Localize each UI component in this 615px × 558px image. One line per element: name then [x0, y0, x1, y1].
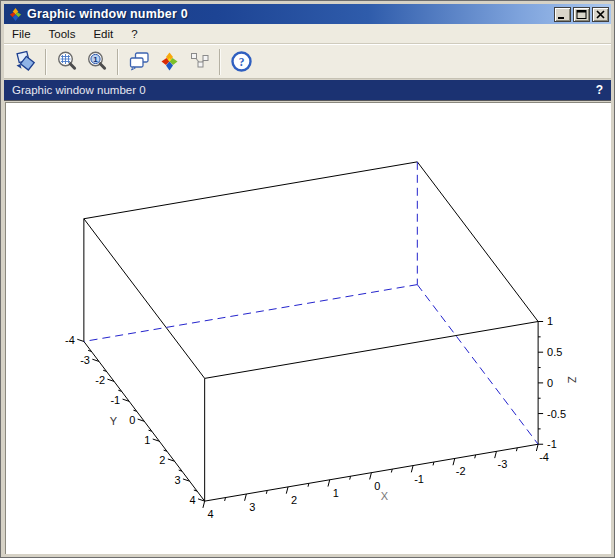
close-button[interactable] [592, 7, 609, 22]
svg-text:-2: -2 [456, 465, 466, 477]
ged-pinwheel-button[interactable] [156, 49, 182, 75]
info-help-toggle[interactable]: ? [596, 83, 603, 97]
svg-text:0.5: 0.5 [547, 346, 562, 358]
svg-text:?: ? [238, 56, 244, 68]
toolbar-separator [45, 49, 47, 75]
svg-text:0: 0 [547, 377, 553, 389]
svg-text:2: 2 [159, 454, 165, 466]
svg-text:-1: -1 [547, 438, 557, 450]
figure-copy-button[interactable] [126, 49, 152, 75]
svg-text:-1: -1 [110, 394, 120, 406]
toolbar: 1 [4, 44, 611, 79]
maximize-button[interactable] [573, 7, 590, 22]
info-bar-title: Graphic window number 0 [12, 84, 146, 96]
toolbar-separator [117, 49, 119, 75]
minimize-icon [557, 10, 568, 19]
minimize-button[interactable] [554, 7, 571, 22]
menu-file[interactable]: File [4, 26, 40, 42]
svg-text:-4: -4 [65, 334, 75, 346]
toolbar-separator [219, 49, 221, 75]
zoom-original-button[interactable]: 1 [84, 49, 110, 75]
svg-text:0: 0 [129, 414, 135, 426]
svg-text:-3: -3 [498, 458, 508, 470]
svg-text:Y: Y [110, 415, 118, 427]
menu-bar: File Tools Edit ? [4, 24, 611, 44]
svg-text:0: 0 [374, 480, 380, 492]
window-icon [8, 7, 23, 22]
datatip-icon [188, 50, 211, 73]
zoom-area-icon [56, 50, 79, 73]
title-bar: Graphic window number 0 [4, 4, 611, 24]
svg-text:2: 2 [291, 494, 297, 506]
svg-text:1: 1 [93, 55, 98, 64]
ged-pinwheel-icon [158, 50, 181, 73]
rotate-3d-icon [14, 50, 37, 73]
svg-text:Z: Z [566, 377, 578, 384]
svg-text:-4: -4 [539, 451, 549, 463]
zoom-original-icon: 1 [86, 50, 109, 73]
menu-help[interactable]: ? [122, 26, 146, 42]
svg-text:4: 4 [190, 494, 196, 506]
graphic-window: Graphic window number 0 File Tools Edit … [0, 0, 615, 558]
zoom-area-button[interactable] [54, 49, 80, 75]
menu-tools[interactable]: Tools [40, 26, 85, 42]
axes-3d-box: -4-3-2-101234-4-3-2-101234-1-0.500.51XYZ [6, 103, 611, 554]
close-icon [596, 10, 605, 19]
svg-text:X: X [381, 490, 389, 502]
svg-text:1: 1 [144, 434, 150, 446]
svg-text:1: 1 [333, 487, 339, 499]
window-title: Graphic window number 0 [27, 7, 188, 21]
svg-text:-1: -1 [414, 473, 424, 485]
rotate-3d-button[interactable] [12, 49, 38, 75]
plot-canvas[interactable]: -4-3-2-101234-4-3-2-101234-1-0.500.51XYZ [5, 102, 611, 554]
help-icon: ? [230, 50, 253, 73]
info-bar: Graphic window number 0 ? [4, 80, 611, 101]
menu-edit[interactable]: Edit [84, 26, 122, 42]
maximize-icon [576, 10, 587, 19]
figure-copy-icon [128, 50, 151, 73]
help-button[interactable]: ? [228, 49, 254, 75]
svg-text:3: 3 [174, 474, 180, 486]
svg-text:-2: -2 [95, 374, 105, 386]
svg-text:3: 3 [249, 501, 255, 513]
svg-text:1: 1 [547, 316, 553, 328]
svg-text:-0.5: -0.5 [547, 408, 566, 420]
svg-text:4: 4 [208, 508, 214, 520]
svg-text:-3: -3 [80, 354, 90, 366]
datatip-button[interactable] [186, 49, 212, 75]
